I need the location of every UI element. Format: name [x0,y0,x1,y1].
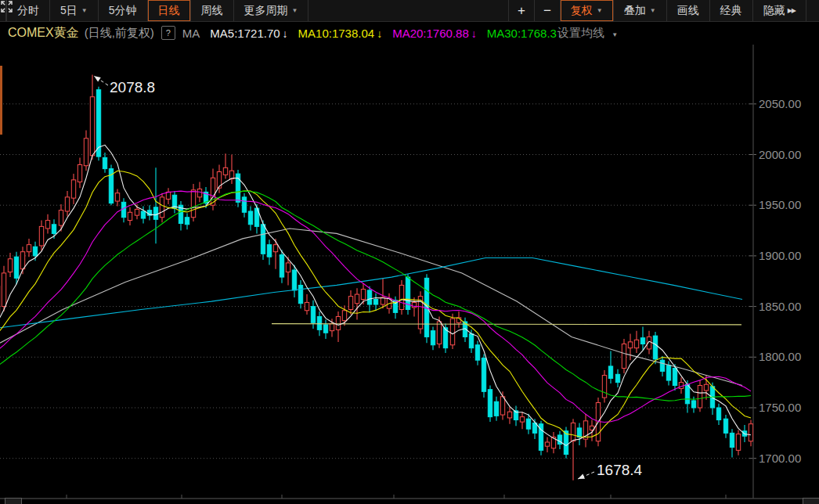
price-axis-label: 2050.00 [759,97,801,110]
toolbar-button-经典[interactable]: 经典 [710,0,753,21]
left-edge-marker [0,66,2,135]
ma-legend-item: MA20:1760.88↓ [392,27,477,40]
toolbar-button-label: 5日 [60,4,78,18]
toolbar-button-5分钟[interactable]: 5分钟 [99,0,148,21]
toolbar-button-label: 叠加 [624,4,646,18]
toolbar-button-label: 复权 [571,4,593,18]
price-axis-label: 1800.00 [759,350,801,363]
caret-down-icon: ▼ [612,31,618,38]
toolbar-button-−[interactable]: − [535,0,561,21]
price-axis-label: 1950.00 [759,198,801,211]
chart-mode: (日线,前复权) [85,26,154,41]
ma-prefix: MA [182,27,200,40]
long-ma-gray [0,229,742,386]
toolbar-button-5日[interactable]: 5日▼ [50,0,99,21]
toolbar-button-日线[interactable]: 日线 [148,0,191,21]
symbol-name: COMEX黄金 [8,25,79,41]
ma-down-arrow-icon: ↓ [283,27,288,40]
toolbar-button-label: 分时 [17,4,39,18]
caret-down-icon: ▼ [650,7,656,14]
ma-legend-value: MA10:1738.04 [298,27,375,40]
ma-legend-item: MA5:1721.70↓ [210,27,287,40]
candlestick-chart[interactable] [0,0,819,504]
help-icon[interactable]: ? [161,26,175,40]
toolbar-button-周线[interactable]: 周线 [191,0,234,21]
price-axis-label: 1850.00 [759,300,801,313]
price-axis-label: 1700.00 [759,452,801,465]
toolbar-button-+[interactable]: + [508,0,535,21]
ma-legend-value: MA5:1721.70 [210,27,280,40]
toolbar-button-更多周期[interactable]: 更多周期▼ [234,0,309,21]
ma-legend-item: MA30:1768.3 [487,27,557,40]
period-button-group: 分时5日▼5分钟日线周线更多周期▼ [6,0,308,21]
ma-legend-items: MA5:1721.70↓MA10:1738.04↓MA20:1760.88↓MA… [200,27,557,40]
scrollbar-fragment-right[interactable] [803,498,819,504]
price-axis-label: 1900.00 [759,249,801,262]
ma-settings-label: 设置均线 [557,26,604,39]
toolbar-button-隐藏[interactable]: 隐藏▶▶ [753,0,806,21]
price-axis-label: 2000.00 [759,148,801,161]
scrollbar-fragment-left[interactable] [5,498,22,504]
caret-down-icon: ▼ [292,7,298,14]
ma-settings-button[interactable]: 设置均线 ▼ [557,26,618,41]
ma-legend-value: MA20:1760.88 [392,27,469,40]
ma-legend-item: MA10:1738.04↓ [298,27,383,40]
toolbar-button-label: 更多周期 [244,4,288,18]
toolbar-button-叠加[interactable]: 叠加▼ [614,0,667,21]
price-axis-label: 1750.00 [759,401,801,414]
price-annotation: 1678.4 [597,462,642,479]
toolbar-button-画线[interactable]: 画线 [667,0,710,21]
toolbar-button-label: 画线 [677,4,699,18]
caret-down-icon: ▼ [597,7,603,14]
toolbar: 分时5日▼5分钟日线周线更多周期▼ +−复权▼叠加▼画线经典隐藏▶▶ [0,0,819,22]
expand-icon[interactable] [806,0,819,21]
price-annotation: 2078.8 [110,79,155,96]
tools-button-group: +−复权▼叠加▼画线经典隐藏▶▶ [508,0,819,21]
toolbar-button-复权[interactable]: 复权▼ [561,0,614,21]
toolbar-button-label: 5分钟 [109,4,137,18]
double-chevron-right-icon: ▶▶ [788,7,796,14]
ma-down-arrow-icon: ↓ [377,27,382,40]
chart-legend: COMEX黄金 (日线,前复权) ? MA MA5:1721.70↓MA10:1… [8,23,618,42]
toolbar-button-label: 日线 [158,4,180,18]
toolbar-button-label: 周线 [201,4,223,18]
toolbar-button-label: 经典 [720,4,742,18]
kline-app: 分时5日▼5分钟日线周线更多周期▼ +−复权▼叠加▼画线经典隐藏▶▶ COMEX… [0,0,819,504]
toolbar-button-label: 隐藏 [763,4,785,18]
caret-down-icon: ▼ [81,7,88,14]
toolbar-button-label: − [543,3,551,19]
toolbar-button-label: + [518,3,525,19]
ma-legend-value: MA30:1768.3 [487,27,557,40]
ma-down-arrow-icon: ↓ [471,27,477,40]
